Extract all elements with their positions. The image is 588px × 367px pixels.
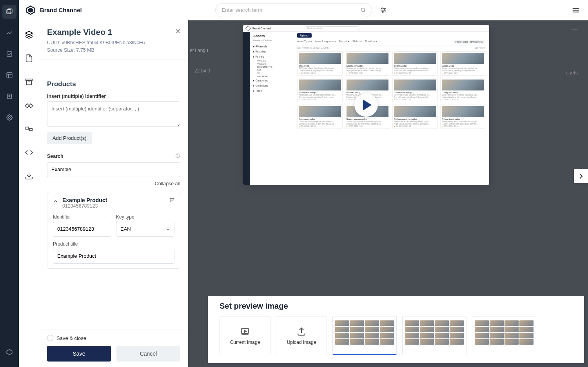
mini-side-item: ▸ All assets	[253, 44, 290, 49]
mini-folder-item: IMAGES	[253, 59, 290, 62]
ghost-text: et Langu	[190, 48, 208, 53]
filter-icon[interactable]	[377, 4, 389, 16]
preview-thumb-2[interactable]	[402, 316, 466, 355]
mini-import: Import date (newest first)	[453, 40, 485, 43]
mini-main: Upload Asset Type ▾Asset Language ▾Forma…	[293, 32, 489, 185]
identifier-textarea[interactable]	[47, 101, 180, 127]
mini-card: Convertible.webpConvertible cars feature…	[392, 78, 438, 102]
rail-brand-icon[interactable]	[2, 345, 16, 359]
rail-templates-icon[interactable]	[2, 68, 16, 82]
mini-rail	[243, 32, 250, 185]
tab-share-icon[interactable]	[22, 121, 36, 137]
more-icon[interactable]	[572, 26, 579, 34]
mini-refresh: Last refresh: 07.05.2024 22:20:53	[297, 47, 330, 49]
preview-thumb-3[interactable]	[472, 316, 536, 355]
mini-card: Performance car.webpPerformance cars are…	[392, 105, 438, 129]
tab-link-icon[interactable]	[22, 97, 36, 114]
mini-search: Enter search term	[305, 26, 359, 30]
collapse-all-link[interactable]: Collapse All	[47, 181, 180, 186]
spi-title: Set preview image	[220, 302, 288, 311]
rail-assets-icon[interactable]	[2, 5, 16, 19]
upload-image-tile[interactable]: Upload Image	[276, 316, 327, 355]
panel-size: Source Size: 7.75 MB	[47, 47, 180, 54]
mini-upload-btn: Upload	[297, 33, 312, 38]
side-panel: Example Video 1 UUID: v9BbsHESjfm0i4lK9B…	[39, 20, 188, 367]
mini-card: SUV.webpSUVs are robust vehicles with hi…	[297, 51, 343, 76]
mini-demo: DemoUp Cliplister	[253, 39, 290, 42]
ghost-text: 22:04:0	[194, 68, 210, 74]
panel-uuid: UUID: v9BbsHESjfm0i4lK9B0lPENbia8lNcF6	[47, 39, 180, 47]
mini-side-item: ▸ Folders	[253, 54, 290, 59]
info-icon	[175, 153, 180, 160]
icon-column	[19, 20, 39, 367]
search-input[interactable]	[215, 3, 372, 17]
close-icon[interactable]	[175, 28, 181, 36]
rail-settings-icon[interactable]	[2, 110, 16, 125]
current-image-tile[interactable]: Current Image	[220, 316, 270, 355]
mini-card: Hatchback.webpHatchback cars are compact…	[297, 78, 343, 102]
mini-side-item: ▸ Collections	[253, 83, 290, 88]
set-preview-section: Set preview image Current Image Upload I…	[220, 302, 580, 355]
panel-header: Example Video 1 UUID: v9BbsHESjfm0i4lK9B…	[39, 20, 188, 60]
preview-window: Brand Channel Enter search term Assets D…	[243, 25, 489, 185]
svg-rect-2	[7, 52, 12, 56]
brand: Brand Channel	[25, 5, 82, 16]
tab-download-icon[interactable]	[22, 168, 36, 184]
mini-side-item: ▸ Favorites	[253, 49, 290, 54]
product-header: Example Product 0123456789123	[53, 197, 174, 209]
panel-body: Products Insert (multiple) identifier Ad…	[39, 60, 188, 329]
search-field[interactable]	[47, 162, 180, 177]
mini-filters: Asset Type ▾Asset Language ▾Format ▾Stat…	[297, 40, 485, 45]
svg-marker-24	[25, 31, 32, 35]
mini-side-item: ▸ Trash	[253, 88, 290, 93]
svg-rect-3	[7, 72, 12, 78]
mini-folder-item: 360	[253, 69, 290, 72]
tab-archive-icon[interactable]	[22, 74, 36, 90]
mini-folder-item: VIDEOS	[253, 62, 290, 65]
brand-logo-icon	[25, 5, 36, 16]
svg-marker-43	[244, 330, 246, 333]
search-wrap	[215, 3, 389, 17]
svg-point-38	[178, 154, 178, 155]
rail-forms-icon[interactable]	[2, 89, 16, 103]
product-title-field[interactable]	[53, 249, 174, 264]
image-icon	[240, 326, 250, 336]
mini-brand: Brand Channel	[252, 27, 271, 30]
play-button[interactable]	[354, 93, 378, 117]
trash-icon[interactable]	[169, 197, 174, 204]
tab-file-icon[interactable]	[22, 50, 36, 67]
tab-code-icon[interactable]	[22, 144, 36, 161]
svg-point-40	[575, 29, 575, 30]
nav-right-button[interactable]	[574, 169, 588, 183]
save-close-toggle[interactable]: Save & close	[47, 335, 180, 341]
mini-card: Crossover.webpCrossover cars merge the a…	[297, 105, 343, 129]
preview-thumb-1[interactable]	[332, 316, 397, 355]
save-button[interactable]: Save	[47, 346, 111, 362]
play-icon	[363, 99, 372, 110]
svg-point-20	[382, 11, 383, 13]
panel-title: Example Video 1	[47, 27, 180, 37]
search-label: Search	[47, 154, 64, 159]
search-icon[interactable]	[356, 3, 370, 17]
svg-point-9	[9, 117, 11, 119]
svg-rect-26	[26, 80, 31, 85]
svg-point-18	[381, 8, 383, 9]
svg-rect-30	[25, 127, 28, 129]
add-products-button[interactable]: Add Product(s)	[47, 132, 92, 144]
keytype-select[interactable]: EAN	[116, 222, 174, 237]
svg-point-39	[573, 29, 573, 30]
identifier-field[interactable]	[53, 222, 111, 237]
chevron-up-icon[interactable]	[53, 197, 58, 206]
cancel-button[interactable]: Cancel	[116, 346, 180, 362]
mini-topbar: Brand Channel Enter search term	[243, 25, 489, 32]
rail-tasks-icon[interactable]	[2, 47, 16, 61]
brand-name: Brand Channel	[40, 7, 82, 13]
rail-analytics-icon[interactable]	[2, 26, 16, 40]
identifier-field-label: Identifier	[53, 214, 111, 220]
menu-icon[interactable]	[570, 4, 582, 16]
mini-card: Sports car.webpSports cars are designed …	[345, 51, 390, 76]
keytype-label: Key type	[116, 214, 174, 220]
upload-image-label: Upload Image	[287, 340, 316, 345]
spi-row: Current Image Upload Image	[220, 316, 580, 355]
tab-layers-icon[interactable]	[22, 27, 36, 43]
